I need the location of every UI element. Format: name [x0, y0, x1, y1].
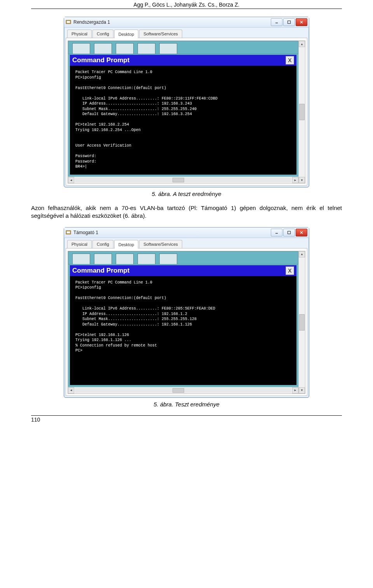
tab-software[interactable]: Software/Services — [139, 240, 182, 248]
command-prompt-window: Command Prompt X Packet Tracer PC Comman… — [68, 264, 298, 387]
minimize-button[interactable] — [271, 18, 282, 26]
tab-physical[interactable]: Physical — [67, 240, 92, 248]
command-prompt-title: Command Prompt — [72, 56, 129, 64]
desktop-app-icon[interactable] — [138, 254, 155, 264]
page-header-authors: Agg P., Göcs L., Johanyák Zs. Cs., Borza… — [31, 0, 342, 9]
scroll-down-icon[interactable]: ▼ — [299, 177, 305, 183]
command-prompt-close-button[interactable]: X — [286, 56, 294, 65]
close-button[interactable] — [296, 229, 307, 236]
scroll-down-icon[interactable]: ▼ — [299, 387, 305, 394]
horizontal-scrollbar[interactable]: ◄ ► — [68, 387, 298, 394]
desktop-app-icon[interactable] — [72, 254, 90, 264]
scroll-thumb[interactable] — [173, 178, 184, 182]
close-button[interactable] — [296, 18, 307, 26]
desktop-app-icon[interactable] — [116, 43, 134, 54]
tab-bar: Physical Config Desktop Software/Service… — [66, 240, 307, 248]
desktop-app-icon[interactable] — [94, 254, 112, 264]
vertical-scrollbar[interactable]: ▲ ▼ — [298, 251, 305, 394]
tab-desktop[interactable]: Desktop — [114, 30, 138, 38]
desktop-app-icon[interactable] — [138, 43, 155, 54]
desktop-app-icon[interactable] — [94, 43, 112, 54]
desktop-app-icon[interactable] — [116, 254, 134, 264]
window-title: Támogató 1 — [73, 230, 98, 235]
command-prompt-title: Command Prompt — [72, 267, 129, 275]
terminal-output[interactable]: Packet Tracer PC Command Line 1.0 PC>ipc… — [70, 276, 296, 385]
desktop-scroll-area: Command Prompt X Packet Tracer PC Comman… — [68, 251, 305, 394]
scroll-up-icon[interactable]: ▲ — [299, 251, 305, 257]
figure-6-container: Támogató 1 Physical Config Desktop Softw… — [31, 227, 342, 398]
command-prompt-titlebar: Command Prompt X — [70, 265, 296, 276]
command-prompt-titlebar: Command Prompt X — [70, 55, 296, 66]
desktop-scroll-area: Command Prompt X Packet Tracer PC Comman… — [68, 40, 305, 184]
tab-software[interactable]: Software/Services — [139, 30, 182, 38]
tab-desktop[interactable]: Desktop — [114, 240, 138, 248]
vertical-scrollbar[interactable]: ▲ ▼ — [298, 41, 305, 183]
minimize-button[interactable] — [271, 229, 282, 236]
desktop-app-icon[interactable] — [159, 43, 177, 54]
tab-config[interactable]: Config — [92, 30, 113, 38]
window-titlebar: Támogató 1 — [64, 228, 309, 238]
window-controls — [271, 18, 307, 26]
desktop-app-icon[interactable] — [159, 254, 177, 264]
tab-config[interactable]: Config — [92, 240, 113, 248]
body-paragraph: Azon felhasználók, akik nem a 70-es VLAN… — [31, 204, 342, 220]
scroll-up-icon[interactable]: ▲ — [299, 41, 305, 47]
command-prompt-close-button[interactable]: X — [286, 266, 294, 275]
window-controls — [271, 229, 307, 236]
desktop-icons-strip — [68, 41, 298, 54]
tab-bar: Physical Config Desktop Software/Service… — [66, 29, 307, 38]
terminal-output[interactable]: Packet Tracer PC Command Line 1.0 PC>ipc… — [70, 66, 296, 175]
desktop-icons-strip — [68, 251, 298, 264]
maximize-button[interactable] — [283, 18, 295, 26]
desktop-app-icon[interactable] — [72, 43, 90, 54]
figure-5-caption: 5. ábra. A teszt eredménye — [31, 191, 342, 197]
figure-6-caption: 5. ábra. Teszt eredménye — [31, 401, 342, 408]
scroll-left-icon[interactable]: ◄ — [68, 387, 74, 394]
window-titlebar: Rendszergazda 1 — [64, 17, 309, 28]
scroll-thumb[interactable] — [299, 104, 305, 120]
page-number: 110 — [31, 415, 342, 423]
scroll-right-icon[interactable]: ► — [292, 177, 298, 183]
maximize-button[interactable] — [283, 229, 295, 236]
app-icon — [66, 230, 71, 235]
svg-rect-1 — [67, 21, 70, 23]
svg-rect-9 — [288, 231, 291, 234]
tab-physical[interactable]: Physical — [67, 30, 92, 38]
horizontal-scrollbar[interactable]: ◄ ► — [68, 177, 298, 183]
svg-rect-3 — [288, 21, 291, 24]
app-window-2: Támogató 1 Physical Config Desktop Softw… — [64, 227, 309, 398]
command-prompt-window: Command Prompt X Packet Tracer PC Comman… — [68, 54, 298, 177]
app-icon — [66, 19, 71, 25]
app-window-1: Rendszergazda 1 Physical Config Desktop … — [64, 17, 309, 187]
scroll-right-icon[interactable]: ► — [292, 387, 298, 394]
scroll-left-icon[interactable]: ◄ — [68, 177, 74, 183]
svg-rect-7 — [67, 231, 70, 233]
window-title: Rendszergazda 1 — [73, 19, 110, 25]
scroll-thumb[interactable] — [299, 314, 305, 331]
scroll-thumb[interactable] — [173, 388, 184, 393]
figure-5-container: Rendszergazda 1 Physical Config Desktop … — [31, 17, 342, 187]
